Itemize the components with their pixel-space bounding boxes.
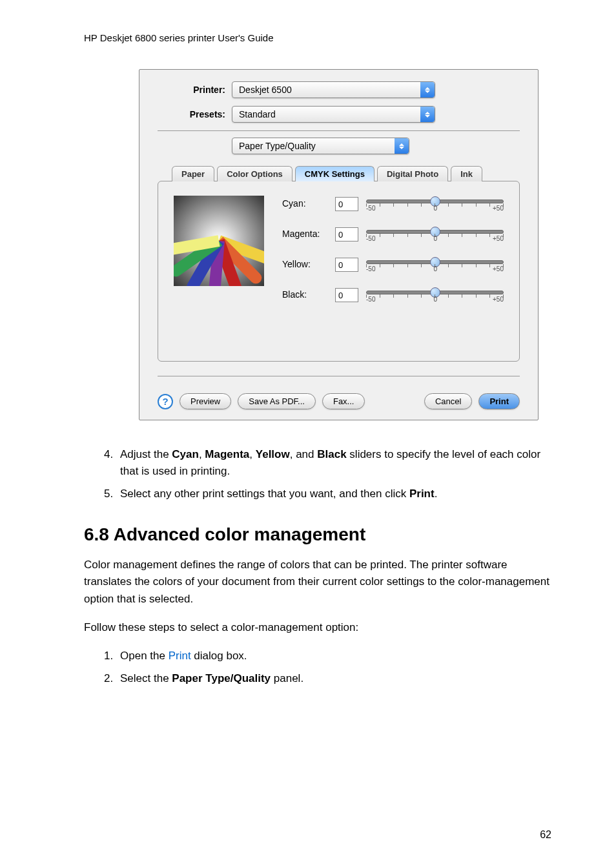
step-1: Open the Print dialog box.	[116, 648, 551, 664]
cyan-slider-row: Cyan: -500+50	[282, 197, 504, 212]
paragraph-2: Follow these steps to select a color-man…	[84, 619, 551, 636]
yellow-value-input[interactable]	[335, 258, 358, 272]
cyan-label: Cyan:	[282, 197, 327, 209]
page-number: 62	[84, 829, 551, 841]
step-4: Adjust the Cyan, Magenta, Yellow, and Bl…	[116, 446, 551, 480]
printer-label: Printer:	[158, 85, 232, 95]
magenta-label: Magenta:	[282, 227, 327, 239]
cyan-value-input[interactable]	[335, 197, 358, 211]
help-button[interactable]: ?	[158, 394, 173, 409]
magenta-slider-row: Magenta: -500+50	[282, 227, 504, 242]
panel-value: Paper Type/Quality	[239, 141, 316, 151]
save-as-pdf-button[interactable]: Save As PDF...	[238, 393, 316, 409]
tab-paper[interactable]: Paper	[172, 166, 214, 181]
tab-color-options[interactable]: Color Options	[217, 166, 293, 181]
black-value-input[interactable]	[335, 288, 358, 302]
preview-button[interactable]: Preview	[180, 393, 231, 409]
step-5: Select any other print settings that you…	[116, 486, 551, 502]
dropdown-arrows-icon	[420, 82, 435, 98]
print-button[interactable]: Print	[478, 393, 520, 409]
yellow-slider-row: Yellow: -500+50	[282, 258, 504, 272]
black-label: Black:	[282, 288, 327, 300]
tab-cmyk-settings[interactable]: CMYK Settings	[295, 166, 375, 181]
panel-select[interactable]: Paper Type/Quality	[232, 138, 409, 154]
yellow-label: Yellow:	[282, 258, 327, 269]
tick-mid: 0	[433, 296, 437, 303]
presets-select[interactable]: Standard	[232, 106, 435, 123]
section-heading: 6.8 Advanced color management	[84, 524, 551, 545]
paragraph-1: Color management defines the range of co…	[84, 557, 551, 608]
cancel-button[interactable]: Cancel	[424, 393, 472, 409]
dropdown-arrows-icon	[395, 138, 409, 154]
print-link[interactable]: Print	[169, 650, 191, 662]
presets-label: Presets:	[158, 109, 232, 119]
dropdown-arrows-icon	[420, 107, 435, 122]
tab-bar: Paper Color Options CMYK Settings Digita…	[172, 166, 520, 181]
step-2: Select the Paper Type/Quality panel.	[116, 670, 551, 687]
tab-digital-photo[interactable]: Digital Photo	[377, 166, 448, 181]
presets-value: Standard	[239, 109, 276, 119]
black-slider-row: Black: -500+50	[282, 288, 504, 303]
print-dialog: Printer: Deskjet 6500 Presets: Standard …	[139, 69, 539, 420]
tick-mid: 0	[433, 235, 437, 242]
cmyk-panel: Cyan: -500+50 Magenta: -500+50	[158, 181, 520, 362]
printer-select[interactable]: Deskjet 6500	[232, 81, 435, 98]
tab-ink[interactable]: Ink	[451, 166, 482, 181]
fax-button[interactable]: Fax...	[322, 393, 365, 409]
tick-mid: 0	[433, 205, 437, 212]
page-header: HP Deskjet 6800 series printer User's Gu…	[84, 32, 551, 43]
magenta-value-input[interactable]	[335, 227, 358, 242]
tick-mid: 0	[433, 265, 437, 272]
color-preview-image	[174, 196, 264, 286]
printer-value: Deskjet 6500	[239, 85, 292, 95]
